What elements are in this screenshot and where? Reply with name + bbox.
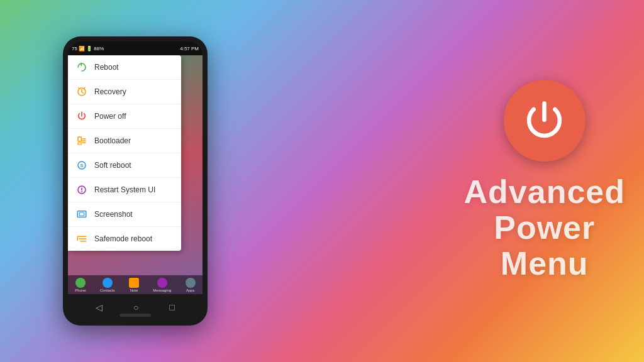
menu-item-restart-system-ui[interactable]: Restart System UI (68, 178, 181, 202)
menu-label-screenshot: Screenshot (94, 210, 133, 219)
reboot-icon (75, 61, 88, 74)
nav-recent-button[interactable]: □ (169, 302, 174, 312)
safemode-reboot-icon (75, 233, 88, 245)
dock-messaging[interactable]: Messaging (153, 278, 171, 292)
phone-device: 75 📶 🔋 88% 4:57 PM (63, 36, 208, 326)
menu-label-soft-reboot: Soft reboot (94, 161, 131, 170)
menu-item-power-off[interactable]: Power off (68, 104, 181, 129)
dock-phone[interactable]: Phone (75, 278, 86, 292)
menu-item-safemode-reboot[interactable]: Safemode reboot (68, 227, 181, 251)
power-menu: Reboot Recovery (68, 55, 181, 251)
status-time: 4:57 PM (180, 46, 199, 52)
phone-wallpaper: Reboot Recovery (68, 55, 203, 294)
status-bar: 75 📶 🔋 88% 4:57 PM (68, 41, 203, 55)
menu-item-reboot[interactable]: Reboot (68, 55, 181, 80)
phone-body: 75 📶 🔋 88% 4:57 PM (63, 36, 208, 326)
status-icons: 📶 🔋 88% (79, 46, 104, 52)
status-left: 75 📶 🔋 88% (72, 46, 104, 52)
app-title: Advanced Power Menu (464, 174, 625, 282)
dock-note-icon (129, 278, 139, 288)
menu-label-restart-system-ui: Restart System UI (94, 185, 155, 194)
menu-label-bootloader: Bootloader (94, 136, 131, 145)
recovery-icon (75, 85, 88, 98)
svg-text:S: S (80, 163, 83, 168)
power-off-icon (75, 110, 88, 123)
power-circle (504, 80, 586, 162)
dock-apps-icon (186, 278, 196, 288)
menu-label-recovery: Recovery (94, 87, 126, 96)
soft-reboot-icon: S (75, 159, 88, 172)
menu-label-power-off: Power off (94, 112, 126, 121)
svg-point-7 (81, 191, 82, 192)
app-dock: Phone Contacts Note Messaging Apps (68, 275, 203, 294)
svg-rect-9 (79, 212, 84, 216)
dock-contacts-icon (103, 278, 113, 288)
dock-contacts[interactable]: Contacts (100, 278, 115, 292)
dock-phone-icon (75, 278, 86, 288)
menu-label-reboot: Reboot (94, 63, 119, 72)
menu-item-screenshot[interactable]: Screenshot (68, 202, 181, 227)
svg-rect-8 (77, 211, 86, 217)
screenshot-icon (75, 208, 88, 221)
restart-system-ui-icon (75, 184, 88, 196)
menu-item-recovery[interactable]: Recovery (68, 80, 181, 104)
svg-rect-2 (78, 137, 81, 141)
menu-item-bootloader[interactable]: Bootloader (68, 129, 181, 153)
power-icon (521, 97, 568, 145)
status-number: 75 (72, 46, 77, 52)
dock-note[interactable]: Note (129, 278, 139, 292)
menu-label-safemode-reboot: Safemode reboot (94, 234, 152, 243)
phone-screen: 75 📶 🔋 88% 4:57 PM (68, 41, 203, 321)
menu-item-soft-reboot[interactable]: S Soft reboot (68, 153, 181, 178)
right-panel: Advanced Power Menu (464, 80, 625, 282)
dock-apps[interactable]: Apps (186, 278, 196, 292)
nav-back-button[interactable]: ◁ (96, 302, 103, 312)
nav-home-button[interactable]: ○ (133, 302, 138, 312)
bottom-nav: ◁ ○ □ (68, 294, 203, 321)
bootloader-icon (75, 134, 88, 147)
dock-messaging-icon (157, 278, 167, 288)
